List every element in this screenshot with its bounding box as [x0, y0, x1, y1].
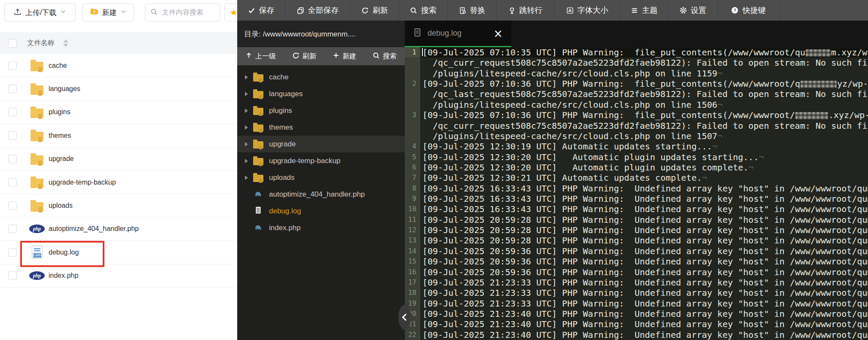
expand-chevron-icon[interactable]: [245, 159, 248, 163]
editor-content-panel: debug.log × 1[09-Jul-2025 07:10:35 UTC] …: [405, 21, 868, 340]
line-number: 15: [405, 256, 420, 267]
tree-item-themes[interactable]: themes: [237, 119, 405, 136]
tree-item-plugins[interactable]: plugins: [237, 102, 405, 119]
collapse-sidebar-handle[interactable]: [398, 305, 411, 330]
file-row-uploads[interactable]: uploads: [0, 194, 237, 217]
goto-line-label: 跳转行: [520, 5, 543, 15]
shortcuts-button[interactable]: ?快捷键: [718, 0, 779, 21]
line-number: 4: [405, 141, 420, 152]
goto-line-button[interactable]: 跳转行: [497, 0, 554, 21]
row-checkbox[interactable]: [8, 108, 17, 116]
tree-item-upgrade-temp-backup[interactable]: upgrade-temp-backup: [237, 152, 405, 169]
log-text: [09-Jul-2025 21:23:33 UTC] PHP Warning: …: [420, 288, 868, 298]
line-number: [405, 131, 420, 141]
settings-button[interactable]: 设置: [668, 0, 718, 21]
line-ending-mark: ¬: [712, 141, 717, 152]
expand-chevron-icon[interactable]: [245, 176, 248, 180]
file-row-upgrade-temp-backup[interactable]: upgrade-temp-backup: [0, 171, 237, 194]
tab-debug-log[interactable]: debug.log ×: [405, 21, 511, 47]
row-checkbox[interactable]: [8, 131, 17, 140]
tree-refresh-button[interactable]: 刷新: [292, 52, 316, 61]
search-icon: [410, 7, 417, 14]
upload-download-button[interactable]: 上传/下载: [4, 3, 76, 21]
file-row-autoptimize_404_handler.php[interactable]: phpautoptimize_404_handler.php: [0, 218, 237, 241]
expand-chevron-icon[interactable]: [245, 125, 248, 130]
row-checkbox[interactable]: [8, 271, 17, 280]
favorites-button[interactable]: ★: [224, 3, 237, 21]
file-name: cache: [49, 62, 67, 70]
row-checkbox[interactable]: [8, 178, 17, 187]
tree-up-button[interactable]: 上一级: [245, 52, 276, 61]
file-list: cachelanguagespluginsthemesupgradeupgrad…: [0, 54, 237, 288]
line-number: 17: [405, 277, 420, 288]
folder-icon: [253, 124, 263, 132]
tree-item-upgrade[interactable]: upgrade: [237, 136, 405, 152]
row-checkbox[interactable]: [8, 61, 17, 70]
tree-search-button[interactable]: 搜索: [373, 52, 397, 61]
code-area[interactable]: 1[09-Jul-2025 07:10:35 UTC] PHP Warning:…: [405, 47, 868, 340]
tree-new-button[interactable]: 新建: [333, 52, 356, 61]
file-row-plugins[interactable]: plugins: [0, 101, 237, 124]
file-row-upgrade[interactable]: upgrade: [0, 148, 237, 171]
close-tab-icon[interactable]: ×: [493, 28, 503, 39]
folder-icon: [31, 202, 43, 212]
file-row-cache[interactable]: cache: [0, 54, 237, 77]
file-row-index.php[interactable]: phpindex.php: [0, 264, 237, 288]
line-number: 6: [405, 162, 420, 173]
tree-item-label: upgrade: [269, 140, 296, 149]
line-ending-mark: ¬: [717, 131, 722, 141]
refresh-button[interactable]: 刷新: [351, 0, 399, 21]
file-row-themes[interactable]: themes: [0, 124, 237, 147]
replace-button[interactable]: 替换: [448, 0, 497, 21]
tree-toolbar: 上一级刷新新建搜索: [237, 47, 405, 65]
sort-icon[interactable]: [63, 39, 68, 47]
file-row-languages[interactable]: languages: [0, 77, 237, 100]
line-ending-mark: ¬: [717, 100, 722, 110]
shortcuts-label: 快捷键: [743, 5, 766, 15]
row-checkbox[interactable]: [8, 225, 17, 233]
star-icon: ★: [230, 8, 237, 17]
tree-item-cache[interactable]: cache: [237, 69, 405, 85]
log-text: [09-Jul-2025 12:30:19 UTC] Automatic upd…: [420, 141, 868, 152]
save-button[interactable]: 保存: [237, 0, 285, 21]
file-row-debug.log[interactable]: debug.log: [0, 241, 237, 264]
folder-icon: [253, 108, 263, 115]
settings-label: 设置: [691, 5, 706, 15]
menu-icon: [631, 7, 638, 14]
new-button[interactable]: 新建: [83, 3, 134, 21]
log-text: [09-Jul-2025 20:59:36 UTC] PHP Warning: …: [420, 246, 868, 256]
tree-item-debug.log[interactable]: debug.log: [237, 203, 405, 219]
expand-chevron-icon[interactable]: [245, 92, 248, 96]
tree-item-index.php[interactable]: index.php: [237, 219, 405, 236]
file-name: upgrade-temp-backup: [49, 179, 116, 186]
search-button[interactable]: 搜索: [399, 0, 448, 21]
select-all-checkbox[interactable]: [8, 39, 17, 48]
censored-text-block: [801, 81, 837, 88]
row-checkbox[interactable]: [8, 155, 17, 163]
expand-chevron-icon[interactable]: [245, 75, 248, 79]
tree-item-label: upgrade-temp-backup: [269, 157, 340, 165]
save-all-button[interactable]: 全部保存: [285, 0, 351, 21]
tab-title: debug.log: [428, 29, 462, 38]
log-text: /qc_curr_request508c75c8507a2ae5223dfd2f…: [420, 121, 868, 131]
log-line-2-wrap2: /plugins/litespeed-cache/src/cloud.cls.p…: [405, 100, 868, 110]
censored-text-block: [806, 49, 831, 57]
expand-chevron-icon[interactable]: [245, 109, 248, 113]
tree-item-autoptimize_404_handler.php[interactable]: autoptimize_404_handler.php: [237, 186, 405, 203]
log-text: /plugins/litespeed-cache/src/cloud.cls.p…: [420, 68, 868, 79]
refresh-icon: [361, 7, 369, 14]
folder-icon: [253, 91, 263, 98]
log-line-20: 20[09-Jul-2025 21:23:40 UTC] PHP Warning…: [405, 309, 868, 319]
line-number: [405, 100, 420, 110]
theme-button[interactable]: 主题: [620, 0, 668, 21]
line-number: 11: [405, 215, 420, 225]
row-checkbox[interactable]: [8, 85, 17, 93]
file-name: debug.log: [49, 249, 79, 256]
content-search-input[interactable]: [161, 8, 214, 17]
font-size-button[interactable]: 字体大小: [554, 0, 620, 21]
tree-item-languages[interactable]: languages: [237, 85, 405, 102]
row-checkbox[interactable]: [8, 201, 17, 210]
expand-chevron-icon[interactable]: [245, 142, 248, 146]
row-checkbox[interactable]: [8, 248, 17, 257]
tree-item-uploads[interactable]: uploads: [237, 169, 405, 186]
